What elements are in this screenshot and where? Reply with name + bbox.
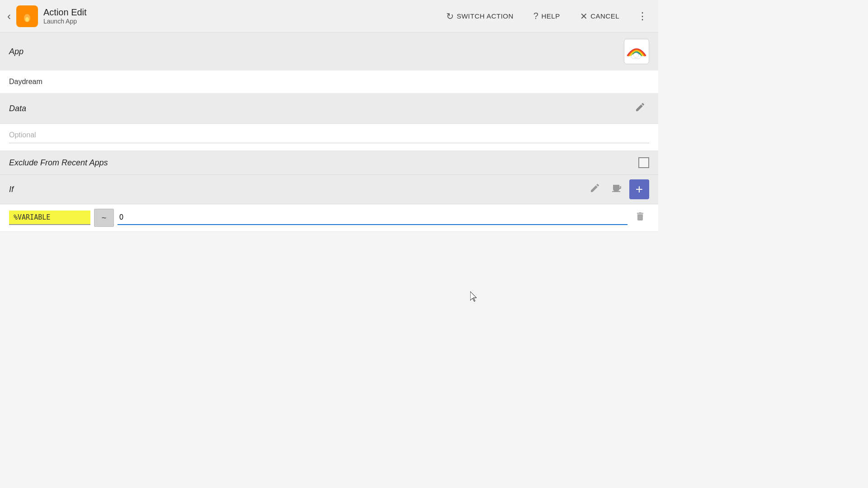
refresh-icon: ↻ bbox=[446, 11, 454, 22]
if-section-header: If + bbox=[0, 175, 658, 204]
header-left: ‹ Action Edit Launch App bbox=[7, 5, 441, 27]
header-actions: ↻ SWITCH ACTION ? HELP ✕ CANCEL ⋮ bbox=[441, 7, 651, 26]
app-section-header: App bbox=[0, 33, 658, 70]
app-thumbnail[interactable] bbox=[624, 39, 649, 64]
svg-point-2 bbox=[25, 17, 29, 22]
pencil-icon bbox=[635, 102, 646, 113]
if-condition-row: %VARIABLE ~ bbox=[0, 204, 658, 232]
if-add-button[interactable]: + bbox=[629, 179, 649, 199]
coffee-icon bbox=[611, 183, 622, 193]
close-icon: ✕ bbox=[580, 11, 588, 22]
variable-tag[interactable]: %VARIABLE bbox=[9, 211, 90, 225]
cursor-pointer bbox=[470, 291, 479, 302]
header-subtitle: Launch App bbox=[43, 18, 87, 25]
app-name-row: Daydream bbox=[0, 70, 658, 94]
header-title: Action Edit bbox=[43, 7, 87, 18]
flame-icon bbox=[19, 8, 35, 24]
optional-input[interactable] bbox=[9, 127, 649, 143]
header: ‹ Action Edit Launch App ↻ SWITCH ACTION… bbox=[0, 0, 658, 33]
value-input-wrap bbox=[118, 211, 627, 225]
daydream-icon bbox=[625, 40, 648, 63]
if-actions: + bbox=[586, 179, 649, 199]
app-section-title: App bbox=[9, 47, 24, 56]
plus-icon: + bbox=[636, 183, 643, 196]
cancel-button[interactable]: ✕ CANCEL bbox=[575, 7, 625, 25]
back-icon[interactable]: ‹ bbox=[7, 10, 11, 23]
operator-button[interactable]: ~ bbox=[94, 209, 114, 227]
exclude-checkbox[interactable] bbox=[638, 157, 649, 168]
optional-input-row bbox=[0, 124, 658, 151]
delete-condition-button[interactable] bbox=[631, 209, 649, 226]
pencil-icon bbox=[590, 183, 600, 193]
data-section-title: Data bbox=[9, 104, 26, 113]
value-input[interactable] bbox=[118, 211, 627, 224]
help-label: HELP bbox=[541, 12, 560, 20]
header-titles: Action Edit Launch App bbox=[43, 7, 87, 25]
app-name-text: Daydream bbox=[9, 78, 42, 85]
if-edit-button[interactable] bbox=[586, 181, 604, 198]
if-coffee-button[interactable] bbox=[608, 181, 626, 198]
switch-action-label: SWITCH ACTION bbox=[457, 12, 514, 20]
trash-icon bbox=[635, 211, 646, 222]
help-icon: ? bbox=[533, 11, 539, 21]
exclude-title: Exclude From Recent Apps bbox=[9, 158, 108, 168]
help-button[interactable]: ? HELP bbox=[528, 7, 566, 25]
cursor bbox=[470, 291, 479, 304]
more-icon[interactable]: ⋮ bbox=[634, 7, 651, 26]
svg-point-6 bbox=[633, 53, 639, 57]
exclude-section: Exclude From Recent Apps bbox=[0, 151, 658, 175]
if-section-title: If bbox=[9, 185, 14, 194]
switch-action-button[interactable]: ↻ SWITCH ACTION bbox=[441, 7, 519, 25]
data-section-header: Data bbox=[0, 94, 658, 124]
cancel-label: CANCEL bbox=[590, 12, 619, 20]
app-icon bbox=[16, 5, 38, 27]
data-edit-button[interactable] bbox=[631, 100, 649, 117]
